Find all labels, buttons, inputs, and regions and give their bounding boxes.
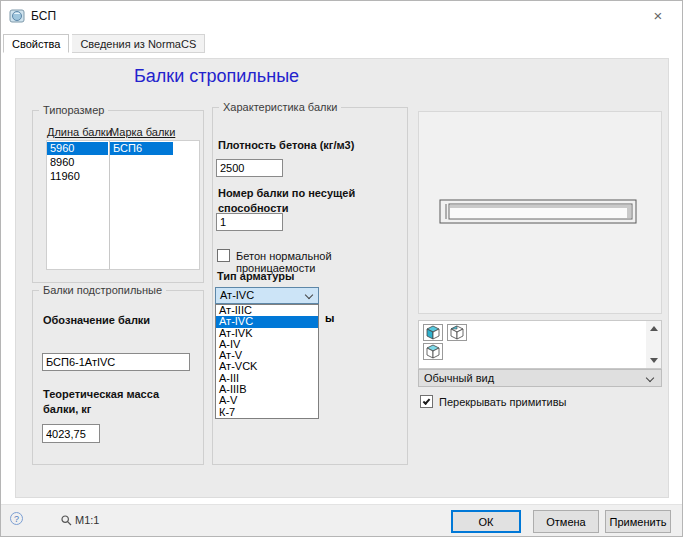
cancel-button[interactable]: Отмена [533, 510, 599, 533]
app-icon [9, 8, 25, 24]
help-icon[interactable]: ? [10, 512, 23, 525]
beam-number-label: Номер балки по несущей способности [218, 186, 358, 216]
mark-row[interactable]: БСП6 [110, 142, 173, 155]
chevron-down-icon [646, 374, 654, 382]
beam-number-input[interactable] [216, 213, 283, 231]
density-label: Плотность бетона (кг/м3) [218, 138, 408, 153]
title-bar: БСП × [1, 1, 682, 31]
view-style-listbox [418, 320, 662, 369]
group-characteristics: Характеристика балки Плотность бетона (к… [212, 107, 408, 465]
rebar-type-value: Ат-IVC [220, 289, 254, 301]
tab-properties[interactable]: Свойства [3, 34, 69, 53]
mass-input[interactable] [42, 424, 100, 443]
group-tiporazmer-label: Типоразмер [39, 104, 108, 116]
beam-preview-drawing [419, 112, 661, 313]
scroll-down-icon[interactable] [650, 358, 658, 363]
overlap-primitives-label: Перекрывать примитивы [439, 396, 566, 408]
rebar-option[interactable]: A-V [216, 395, 318, 406]
checkmark-icon [423, 397, 431, 405]
permeability-checkbox[interactable] [217, 249, 230, 262]
rebar-dropdown-list: Ат-IIIC Ат-IVC Ат-IVK A-IV Ат-V Ат-VCK A… [215, 304, 319, 419]
magnifier-icon [61, 515, 72, 526]
view-mode-dropdown[interactable]: Обычный вид [418, 369, 662, 387]
rebar-option[interactable]: Ат-IVC [216, 316, 318, 327]
designation-input[interactable] [42, 353, 190, 371]
length-row[interactable]: 5960 [47, 142, 108, 155]
scroll-up-icon[interactable] [650, 326, 658, 331]
chevron-down-icon [305, 291, 313, 299]
tab-normacs[interactable]: Сведения из NormaCS [72, 34, 205, 53]
ok-button[interactable]: ОК [451, 510, 521, 533]
column-header-mark: Марка балки [110, 126, 175, 138]
list-divider [109, 141, 110, 269]
rebar-option[interactable]: К-7 [216, 407, 318, 418]
close-icon[interactable]: × [644, 4, 672, 28]
group-podstropilnye-label: Балки подстропильные [39, 284, 166, 296]
length-row[interactable]: 8960 [47, 156, 108, 169]
density-input[interactable] [216, 159, 283, 177]
beam-preview-panel [418, 111, 662, 314]
rebar-type-label: Тип арматуры [217, 269, 294, 284]
view-cube-shaded-icon[interactable] [423, 324, 443, 341]
obscured-label-fragment: ы [325, 312, 334, 324]
group-characteristics-label: Характеристика балки [219, 101, 341, 113]
group-tiporazmer: Типоразмер Длина балки Марка балки 5960 … [32, 110, 204, 283]
window-title: БСП [31, 9, 56, 23]
length-row[interactable]: 11960 [47, 170, 108, 183]
tab-strip: Свойства Сведения из NormaCS [3, 34, 205, 53]
size-listbox: 5960 8960 11960 БСП6 [46, 140, 200, 270]
group-podstropilnye: Балки подстропильные Обозначение балки Т… [32, 290, 204, 465]
view-list-scrollbar[interactable] [646, 321, 661, 368]
view-cube-wire-icon[interactable] [447, 324, 467, 341]
view-mode-value: Обычный вид [424, 372, 494, 384]
designation-label: Обозначение балки [43, 313, 155, 328]
view-cube-top-icon[interactable] [423, 343, 443, 360]
mass-label: Теоретическая масса балки, кг [43, 387, 165, 417]
bsp-dialog: БСП × Свойства Сведения из NormaCS Балки… [0, 0, 683, 537]
scale-indicator: М1:1 [75, 514, 99, 526]
page-title: Балки стропильные [134, 66, 299, 87]
overlap-primitives-checkbox[interactable] [420, 395, 433, 408]
column-header-length: Длина балки [47, 126, 112, 138]
rebar-type-combobox[interactable]: Ат-IVC [215, 287, 319, 304]
apply-button[interactable]: Применить [605, 510, 671, 533]
